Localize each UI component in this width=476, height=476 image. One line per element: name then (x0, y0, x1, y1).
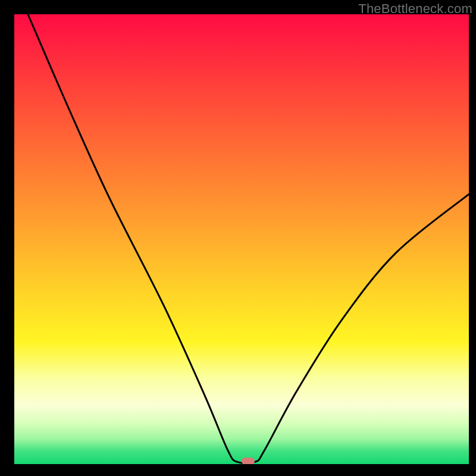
plot-area (14, 14, 469, 464)
optimal-point-marker (242, 458, 255, 464)
watermark-text: TheBottleneck.com (358, 1, 472, 17)
chart-stage: TheBottleneck.com (0, 0, 476, 476)
bottleneck-curve (14, 14, 469, 464)
